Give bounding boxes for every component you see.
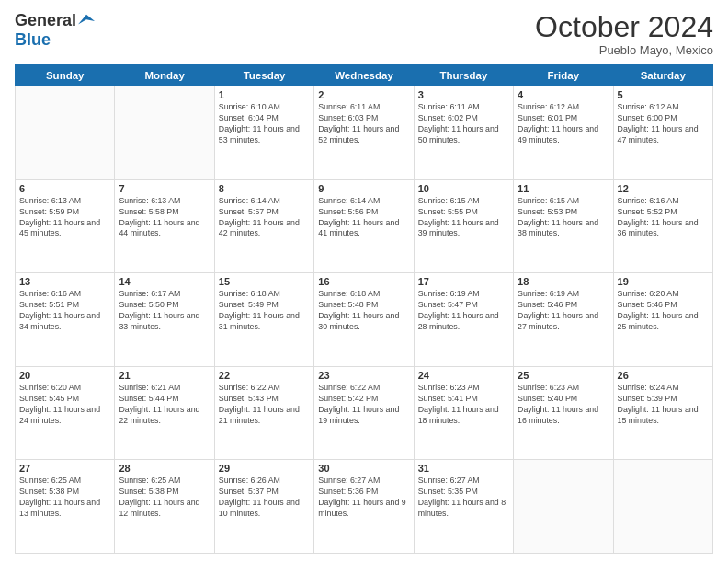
day-info: Sunrise: 6:25 AM Sunset: 5:38 PM Dayligh…: [119, 476, 210, 520]
calendar-cell: 15Sunrise: 6:18 AM Sunset: 5:49 PM Dayli…: [214, 273, 313, 367]
calendar-cell: [514, 460, 613, 554]
calendar-cell: 24Sunrise: 6:23 AM Sunset: 5:41 PM Dayli…: [414, 366, 513, 460]
calendar-cell: 25Sunrise: 6:23 AM Sunset: 5:40 PM Dayli…: [514, 366, 613, 460]
calendar-cell: 20Sunrise: 6:20 AM Sunset: 5:45 PM Dayli…: [16, 366, 115, 460]
calendar-cell: 4Sunrise: 6:12 AM Sunset: 6:01 PM Daylig…: [514, 86, 613, 180]
calendar-cell: 22Sunrise: 6:22 AM Sunset: 5:43 PM Dayli…: [214, 366, 313, 460]
day-number: 20: [19, 370, 110, 381]
calendar-cell: 17Sunrise: 6:19 AM Sunset: 5:47 PM Dayli…: [414, 273, 513, 367]
calendar-cell: 5Sunrise: 6:12 AM Sunset: 6:00 PM Daylig…: [613, 86, 712, 180]
day-number: 6: [19, 183, 110, 194]
calendar-cell: 14Sunrise: 6:17 AM Sunset: 5:50 PM Dayli…: [115, 273, 214, 367]
day-of-week-monday: Monday: [115, 65, 214, 86]
header: General Blue October 2024 Pueblo Mayo, M…: [15, 11, 713, 57]
day-number: 27: [19, 463, 110, 474]
day-info: Sunrise: 6:11 AM Sunset: 6:03 PM Dayligh…: [318, 102, 409, 146]
day-of-week-thursday: Thursday: [414, 65, 513, 86]
day-info: Sunrise: 6:11 AM Sunset: 6:02 PM Dayligh…: [418, 102, 509, 146]
subtitle: Pueblo Mayo, Mexico: [535, 43, 713, 57]
day-number: 5: [618, 89, 709, 100]
day-info: Sunrise: 6:27 AM Sunset: 5:35 PM Dayligh…: [418, 476, 509, 520]
calendar-cell: [16, 86, 115, 180]
day-info: Sunrise: 6:25 AM Sunset: 5:38 PM Dayligh…: [19, 476, 110, 520]
title-area: October 2024 Pueblo Mayo, Mexico: [535, 11, 713, 57]
calendar-cell: 1Sunrise: 6:10 AM Sunset: 6:04 PM Daylig…: [214, 86, 313, 180]
week-row-5: 27Sunrise: 6:25 AM Sunset: 5:38 PM Dayli…: [16, 460, 713, 554]
calendar-cell: 9Sunrise: 6:14 AM Sunset: 5:56 PM Daylig…: [314, 179, 414, 273]
day-info: Sunrise: 6:12 AM Sunset: 6:01 PM Dayligh…: [518, 102, 609, 146]
day-number: 1: [219, 89, 310, 100]
day-number: 19: [618, 276, 709, 287]
day-number: 22: [219, 370, 310, 381]
calendar-cell: 11Sunrise: 6:15 AM Sunset: 5:53 PM Dayli…: [514, 179, 613, 273]
day-info: Sunrise: 6:14 AM Sunset: 5:57 PM Dayligh…: [219, 196, 310, 240]
day-info: Sunrise: 6:23 AM Sunset: 5:40 PM Dayligh…: [518, 383, 609, 427]
calendar-body: 1Sunrise: 6:10 AM Sunset: 6:04 PM Daylig…: [16, 86, 713, 554]
day-number: 26: [618, 370, 709, 381]
day-info: Sunrise: 6:17 AM Sunset: 5:50 PM Dayligh…: [119, 289, 210, 333]
calendar-header: SundayMondayTuesdayWednesdayThursdayFrid…: [16, 65, 713, 86]
day-number: 13: [19, 276, 110, 287]
calendar-cell: 7Sunrise: 6:13 AM Sunset: 5:58 PM Daylig…: [115, 179, 214, 273]
calendar-cell: 10Sunrise: 6:15 AM Sunset: 5:55 PM Dayli…: [414, 179, 513, 273]
calendar-cell: 18Sunrise: 6:19 AM Sunset: 5:46 PM Dayli…: [514, 273, 613, 367]
logo-bird-icon: [78, 13, 95, 29]
day-number: 30: [318, 463, 409, 474]
day-number: 2: [318, 89, 409, 100]
day-number: 14: [119, 276, 210, 287]
day-of-week-saturday: Saturday: [613, 65, 712, 86]
day-of-week-wednesday: Wednesday: [314, 65, 414, 86]
calendar-cell: 27Sunrise: 6:25 AM Sunset: 5:38 PM Dayli…: [16, 460, 115, 554]
calendar-cell: 21Sunrise: 6:21 AM Sunset: 5:44 PM Dayli…: [115, 366, 214, 460]
day-of-week-tuesday: Tuesday: [214, 65, 313, 86]
day-number: 3: [418, 89, 509, 100]
calendar-cell: 19Sunrise: 6:20 AM Sunset: 5:46 PM Dayli…: [613, 273, 712, 367]
day-number: 9: [318, 183, 409, 194]
day-number: 17: [418, 276, 509, 287]
day-number: 18: [518, 276, 609, 287]
month-title: October 2024: [535, 11, 713, 43]
calendar-table: SundayMondayTuesdayWednesdayThursdayFrid…: [15, 64, 713, 554]
day-info: Sunrise: 6:23 AM Sunset: 5:41 PM Dayligh…: [418, 383, 509, 427]
calendar-cell: 28Sunrise: 6:25 AM Sunset: 5:38 PM Dayli…: [115, 460, 214, 554]
week-row-4: 20Sunrise: 6:20 AM Sunset: 5:45 PM Dayli…: [16, 366, 713, 460]
day-number: 7: [119, 183, 210, 194]
day-info: Sunrise: 6:21 AM Sunset: 5:44 PM Dayligh…: [119, 383, 210, 427]
calendar-cell: 12Sunrise: 6:16 AM Sunset: 5:52 PM Dayli…: [613, 179, 712, 273]
calendar-cell: 31Sunrise: 6:27 AM Sunset: 5:35 PM Dayli…: [414, 460, 513, 554]
logo: General Blue: [15, 11, 95, 50]
day-info: Sunrise: 6:22 AM Sunset: 5:42 PM Dayligh…: [318, 383, 409, 427]
calendar-cell: 29Sunrise: 6:26 AM Sunset: 5:37 PM Dayli…: [214, 460, 313, 554]
calendar-cell: 2Sunrise: 6:11 AM Sunset: 6:03 PM Daylig…: [314, 86, 414, 180]
day-info: Sunrise: 6:16 AM Sunset: 5:52 PM Dayligh…: [618, 196, 709, 240]
day-of-week-friday: Friday: [514, 65, 613, 86]
day-info: Sunrise: 6:22 AM Sunset: 5:43 PM Dayligh…: [219, 383, 310, 427]
day-number: 21: [119, 370, 210, 381]
logo-text: General: [15, 11, 95, 30]
day-number: 10: [418, 183, 509, 194]
week-row-1: 1Sunrise: 6:10 AM Sunset: 6:04 PM Daylig…: [16, 86, 713, 180]
day-info: Sunrise: 6:14 AM Sunset: 5:56 PM Dayligh…: [318, 196, 409, 240]
day-number: 11: [518, 183, 609, 194]
day-info: Sunrise: 6:19 AM Sunset: 5:47 PM Dayligh…: [418, 289, 509, 333]
day-number: 29: [219, 463, 310, 474]
day-info: Sunrise: 6:12 AM Sunset: 6:00 PM Dayligh…: [618, 102, 709, 146]
calendar-cell: [115, 86, 214, 180]
day-number: 28: [119, 463, 210, 474]
day-info: Sunrise: 6:19 AM Sunset: 5:46 PM Dayligh…: [518, 289, 609, 333]
day-number: 15: [219, 276, 310, 287]
day-number: 8: [219, 183, 310, 194]
week-row-3: 13Sunrise: 6:16 AM Sunset: 5:51 PM Dayli…: [16, 273, 713, 367]
page-container: General Blue October 2024 Pueblo Mayo, M…: [0, 0, 728, 563]
calendar-cell: 30Sunrise: 6:27 AM Sunset: 5:36 PM Dayli…: [314, 460, 414, 554]
day-info: Sunrise: 6:24 AM Sunset: 5:39 PM Dayligh…: [618, 383, 709, 427]
svg-marker-0: [78, 14, 95, 24]
days-of-week-row: SundayMondayTuesdayWednesdayThursdayFrid…: [16, 65, 713, 86]
day-number: 25: [518, 370, 609, 381]
calendar-cell: 23Sunrise: 6:22 AM Sunset: 5:42 PM Dayli…: [314, 366, 414, 460]
day-number: 23: [318, 370, 409, 381]
calendar-cell: 8Sunrise: 6:14 AM Sunset: 5:57 PM Daylig…: [214, 179, 313, 273]
day-info: Sunrise: 6:20 AM Sunset: 5:46 PM Dayligh…: [618, 289, 709, 333]
day-info: Sunrise: 6:16 AM Sunset: 5:51 PM Dayligh…: [19, 289, 110, 333]
day-info: Sunrise: 6:26 AM Sunset: 5:37 PM Dayligh…: [219, 476, 310, 520]
